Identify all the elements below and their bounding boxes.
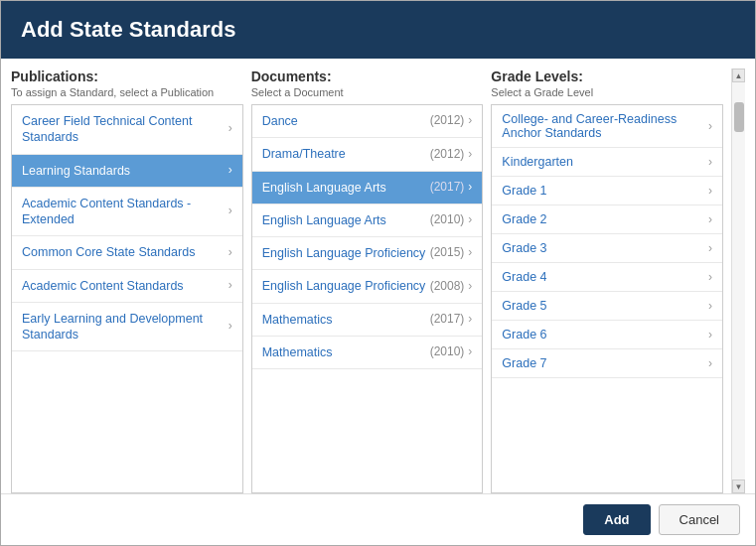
doc-math-2017-chevron: › xyxy=(468,312,472,328)
grade-item-college-career[interactable]: College- and Career-Readiness Anchor Sta… xyxy=(492,105,722,148)
grade-6-label: Grade 6 xyxy=(502,328,708,341)
pub-academic-content-chevron: › xyxy=(228,278,232,294)
pub-early-learning-label: Early Learning and Development Standards xyxy=(22,311,228,343)
documents-column: Documents: Select a Document Dance (2012… xyxy=(251,68,484,493)
doc-drama-chevron: › xyxy=(468,147,472,163)
add-state-standards-dialog: Add State Standards Publications: To ass… xyxy=(0,0,756,546)
scroll-up-arrow[interactable]: ▲ xyxy=(732,68,745,82)
grade-item-4[interactable]: Grade 4 › xyxy=(492,263,722,292)
pub-academic-extended-label: Academic Content Standards - Extended xyxy=(22,196,228,228)
doc-math-2010-label: Mathematics xyxy=(262,344,430,360)
doc-ela-2017-year: (2017) xyxy=(430,180,465,196)
pub-item-early-learning[interactable]: Early Learning and Development Standards… xyxy=(12,303,242,352)
grade-1-label: Grade 1 xyxy=(502,184,708,198)
dialog-footer: Add Cancel xyxy=(1,493,755,545)
grade-2-label: Grade 2 xyxy=(502,212,708,226)
doc-dance-label: Dance xyxy=(262,113,430,129)
doc-item-elp-2008[interactable]: English Language Proficiency (2008) › xyxy=(252,270,483,303)
grade-college-career-chevron: › xyxy=(708,119,712,133)
grade-item-1[interactable]: Grade 1 › xyxy=(492,177,722,205)
grade-kindergarten-chevron: › xyxy=(708,155,712,169)
documents-list: Dance (2012) › Drama/Theatre (2012) › En… xyxy=(251,104,484,493)
documents-title: Documents: xyxy=(251,68,484,84)
grade-item-kindergarten[interactable]: Kindergarten › xyxy=(492,148,722,177)
pub-career-field-label: Career Field Technical Content Standards xyxy=(22,113,228,146)
grade-5-chevron: › xyxy=(708,299,712,313)
right-scrollbar: ▲ ▼ xyxy=(731,68,745,493)
doc-item-math-2010[interactable]: Mathematics (2010) › xyxy=(252,337,483,369)
dialog-header: Add State Standards xyxy=(1,1,755,59)
grade-item-7[interactable]: Grade 7 › xyxy=(492,349,722,378)
pub-learning-standards-chevron: › xyxy=(228,163,232,179)
doc-math-2010-year: (2010) xyxy=(430,344,465,360)
grade-item-3[interactable]: Grade 3 › xyxy=(492,234,722,263)
doc-math-2017-year: (2017) xyxy=(430,312,465,328)
documents-subtitle: Select a Document xyxy=(251,86,484,98)
publications-column: Publications: To assign a Standard, sele… xyxy=(11,68,243,493)
scroll-thumb xyxy=(734,102,744,132)
grade-levels-list: College- and Career-Readiness Anchor Sta… xyxy=(491,104,723,493)
grade-college-career-label: College- and Career-Readiness Anchor Sta… xyxy=(502,112,708,140)
scroll-track-area xyxy=(732,82,745,479)
doc-item-ela-2017[interactable]: English Language Arts (2017) › xyxy=(252,172,483,205)
pub-early-learning-chevron: › xyxy=(228,319,232,335)
doc-ela-2017-label: English Language Arts xyxy=(262,180,430,196)
doc-ela-2010-chevron: › xyxy=(468,212,472,228)
doc-item-dance[interactable]: Dance (2012) › xyxy=(252,105,483,138)
pub-learning-standards-label: Learning Standards xyxy=(22,163,228,179)
grade-item-2[interactable]: Grade 2 › xyxy=(492,205,722,234)
grade-7-chevron: › xyxy=(708,356,712,370)
doc-item-ela-2010[interactable]: English Language Arts (2010) › xyxy=(252,205,483,237)
doc-ela-2017-chevron: › xyxy=(468,180,472,196)
grade-1-chevron: › xyxy=(708,184,712,198)
pub-item-academic-extended[interactable]: Academic Content Standards - Extended › xyxy=(12,188,242,237)
grade-levels-column: Grade Levels: Select a Grade Level Colle… xyxy=(491,68,723,493)
publications-title: Publications: xyxy=(11,68,243,84)
pub-career-field-chevron: › xyxy=(228,121,232,137)
doc-elp-2015-chevron: › xyxy=(468,245,472,261)
doc-math-2017-label: Mathematics xyxy=(262,312,430,328)
grade-item-6[interactable]: Grade 6 › xyxy=(492,321,722,349)
pub-common-core-chevron: › xyxy=(228,245,232,261)
grade-3-label: Grade 3 xyxy=(502,241,708,255)
publications-list: Career Field Technical Content Standards… xyxy=(11,104,243,493)
pub-academic-content-label: Academic Content Standards xyxy=(22,278,228,294)
doc-item-math-2017[interactable]: Mathematics (2017) › xyxy=(252,304,483,337)
doc-drama-year: (2012) xyxy=(430,147,465,163)
pub-common-core-label: Common Core State Standards xyxy=(22,244,228,260)
doc-item-elp-2015[interactable]: English Language Proficiency (2015) › xyxy=(252,237,483,270)
doc-elp-2015-label: English Language Proficiency xyxy=(262,245,430,261)
doc-ela-2010-year: (2010) xyxy=(430,212,465,228)
doc-elp-2008-label: English Language Proficiency xyxy=(262,278,430,294)
doc-dance-year: (2012) xyxy=(430,113,465,129)
grade-4-label: Grade 4 xyxy=(502,270,708,284)
doc-elp-2008-chevron: › xyxy=(468,279,472,295)
grade-7-label: Grade 7 xyxy=(502,356,708,370)
publications-subtitle: To assign a Standard, select a Publicati… xyxy=(11,86,243,98)
pub-item-academic-content[interactable]: Academic Content Standards › xyxy=(12,270,242,303)
doc-item-drama[interactable]: Drama/Theatre (2012) › xyxy=(252,138,483,171)
grade-6-chevron: › xyxy=(708,328,712,341)
doc-math-2010-chevron: › xyxy=(468,344,472,360)
grade-kindergarten-label: Kindergarten xyxy=(502,155,708,169)
grade-3-chevron: › xyxy=(708,241,712,255)
scroll-down-arrow[interactable]: ▼ xyxy=(732,479,745,493)
add-button[interactable]: Add xyxy=(583,504,650,535)
doc-elp-2015-year: (2015) xyxy=(430,245,465,261)
dialog-body: Publications: To assign a Standard, sele… xyxy=(1,59,755,493)
doc-ela-2010-label: English Language Arts xyxy=(262,212,430,228)
doc-dance-chevron: › xyxy=(468,113,472,129)
pub-item-learning-standards[interactable]: Learning Standards › xyxy=(12,155,242,188)
cancel-button[interactable]: Cancel xyxy=(659,504,740,535)
grade-levels-title: Grade Levels: xyxy=(491,68,723,84)
grade-levels-subtitle: Select a Grade Level xyxy=(491,86,723,98)
grade-4-chevron: › xyxy=(708,270,712,284)
grade-2-chevron: › xyxy=(708,212,712,226)
grade-item-5[interactable]: Grade 5 › xyxy=(492,292,722,321)
pub-item-career-field[interactable]: Career Field Technical Content Standards… xyxy=(12,105,242,155)
dialog-title: Add State Standards xyxy=(21,17,235,42)
doc-drama-label: Drama/Theatre xyxy=(262,146,430,162)
pub-academic-extended-chevron: › xyxy=(228,204,232,219)
pub-item-common-core[interactable]: Common Core State Standards › xyxy=(12,236,242,269)
grade-5-label: Grade 5 xyxy=(502,299,708,313)
